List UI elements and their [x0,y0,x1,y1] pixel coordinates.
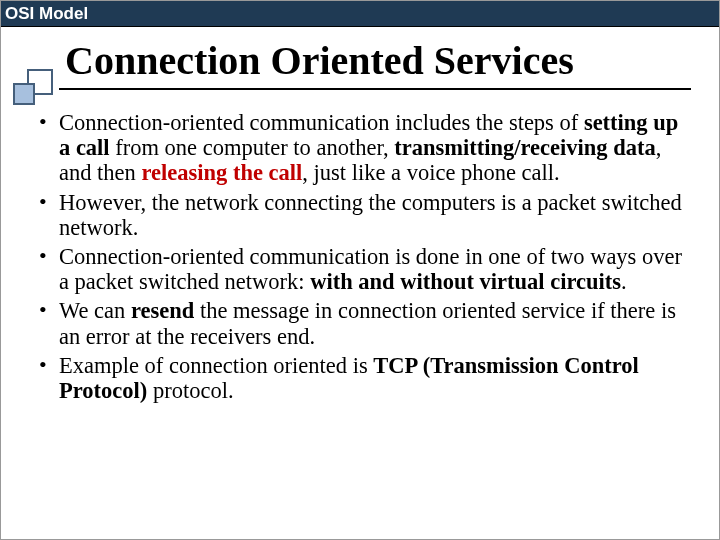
text: protocol. [147,378,233,403]
slide-title: Connection Oriented Services [1,37,719,84]
text: , just like a voice phone call. [302,160,559,185]
bullet-list: Connection-oriented communication includ… [37,110,691,403]
text: from one computer to another, [110,135,395,160]
header-title: OSI Model [5,4,88,24]
title-underline [59,88,691,90]
title-area: Connection Oriented Services [1,37,719,90]
header-bar: OSI Model [1,1,719,27]
list-item: However, the network connecting the comp… [37,190,691,240]
bold-text: transmitting/receiving data [394,135,655,160]
text: We can [59,298,131,323]
list-item: Connection-oriented communication is don… [37,244,691,294]
text: . [621,269,627,294]
list-item: We can resend the message in connection … [37,298,691,348]
slide: OSI Model Connection Oriented Services C… [0,0,720,540]
list-item: Connection-oriented communication includ… [37,110,691,186]
text: However, the network connecting the comp… [59,190,682,240]
square-front [13,83,35,105]
text: Connection-oriented communication includ… [59,110,584,135]
highlight-text: releasing the call [141,160,302,185]
text: Example of connection oriented is [59,353,373,378]
bold-text: resend [131,298,194,323]
content-area: Connection-oriented communication includ… [1,90,719,403]
list-item: Example of connection oriented is TCP (T… [37,353,691,403]
bold-text: with and without virtual circuits [310,269,621,294]
